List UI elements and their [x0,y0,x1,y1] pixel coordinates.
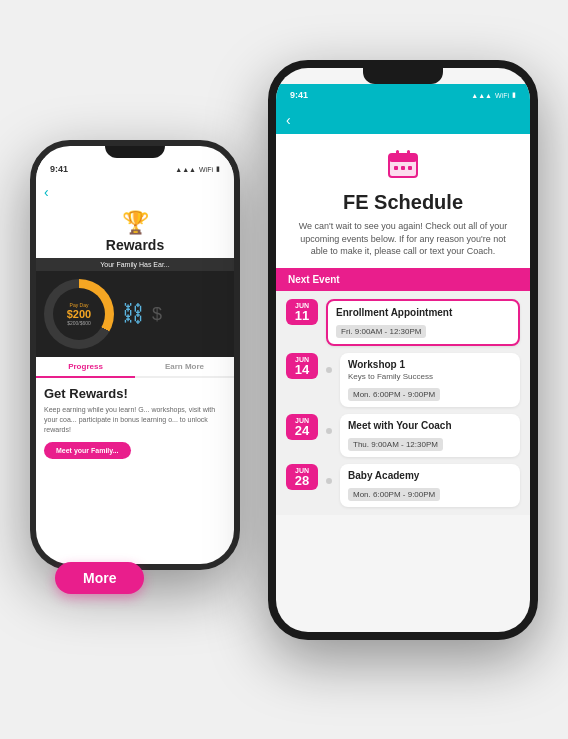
more-button[interactable]: More [55,562,144,594]
chain-icon: ⛓ [122,301,144,327]
get-rewards-title: Get Rewards! [44,386,226,401]
svg-rect-6 [401,166,405,170]
event-item-3[interactable]: JUN 28 Baby Academy Mon. 6:00PM - 9:00PM [286,464,520,507]
svg-rect-5 [394,166,398,170]
tab-earn-more[interactable]: Earn More [135,357,234,376]
event-card-1: Workshop 1 Keys to Family Success Mon. 6… [340,353,520,407]
teal-header: ‹ [276,106,530,134]
battery-icon: ▮ [216,165,220,173]
svg-rect-2 [389,154,417,162]
next-event-bar: Next Event [276,268,530,291]
date-badge-3: JUN 28 [286,464,318,490]
fe-schedule-header: FE Schedule We can't wait to see you aga… [276,134,530,268]
dot-1 [326,367,332,373]
back-nav: ‹ [36,180,234,204]
back-phone-time: 9:41 [50,164,68,174]
event-title-0: Enrollment Appointment [336,307,510,318]
fe-back-arrow[interactable]: ‹ [286,112,291,128]
event-card-2: Meet with Your Coach Thu. 9:00AM - 12:30… [340,414,520,457]
svg-rect-3 [396,150,399,158]
event-subtitle-1: Keys to Family Success [348,372,512,381]
gauge-inner: Pay Day $200 $200/$600 [53,288,105,340]
back-arrow-icon[interactable]: ‹ [44,184,49,200]
event-item-0[interactable]: JUN 11 Enrollment Appointment Fri. 9:00A… [286,299,520,346]
calendar-icon [292,148,514,187]
fe-title: FE Schedule [292,191,514,214]
dollar-icon: $ [152,304,162,325]
rewards-title: Rewards [106,237,164,253]
meet-family-button[interactable]: Meet your Family... [44,442,131,459]
progress-tabs: Progress Earn More [36,357,234,378]
event-card-0: Enrollment Appointment Fri. 9:00AM - 12:… [326,299,520,346]
event-time-1: Mon. 6:00PM - 9:00PM [348,388,440,401]
event-title-2: Meet with Your Coach [348,420,512,431]
event-title-3: Baby Academy [348,470,512,481]
event-time-3: Mon. 6:00PM - 9:00PM [348,488,440,501]
dot-2 [326,428,332,434]
event-card-3: Baby Academy Mon. 6:00PM - 9:00PM [340,464,520,507]
event-day-0: 11 [288,309,316,322]
front-wifi-icon: WiFi [495,92,509,99]
dot-connector-2 [326,414,332,434]
event-item-1[interactable]: JUN 14 Workshop 1 Keys to Family Success… [286,353,520,407]
front-phone-screen: 9:41 ▲▲▲ WiFi ▮ ‹ [276,68,530,632]
dot-3 [326,478,332,484]
back-phone-screen: 9:41 ▲▲▲ WiFi ▮ ‹ 🏆 Rewards Your Family … [36,146,234,564]
event-day-3: 28 [288,474,316,487]
front-phone: 9:41 ▲▲▲ WiFi ▮ ‹ [268,60,538,640]
date-badge-0: JUN 11 [286,299,318,325]
get-rewards-text: Keep earning while you learn! G... works… [44,405,226,434]
gauge-amount: $200 [67,308,91,320]
front-phone-status-bar: 9:41 ▲▲▲ WiFi ▮ [276,84,530,106]
tab-progress[interactable]: Progress [36,357,135,378]
date-badge-2: JUN 24 [286,414,318,440]
svg-rect-7 [408,166,412,170]
front-battery-icon: ▮ [512,91,516,99]
front-phone-time: 9:41 [290,90,308,100]
dot-connector-1 [326,353,332,373]
svg-rect-4 [407,150,410,158]
more-section: More [55,562,144,594]
event-list: JUN 11 Enrollment Appointment Fri. 9:00A… [276,291,530,515]
signal-icon: ▲▲▲ [175,166,196,173]
gauge-circle: Pay Day $200 $200/$600 [44,279,114,349]
event-time-0: Fri. 9:00AM - 12:30PM [336,325,426,338]
dot-connector-3 [326,464,332,484]
front-signal-icon: ▲▲▲ [471,92,492,99]
back-phone: 9:41 ▲▲▲ WiFi ▮ ‹ 🏆 Rewards Your Family … [30,140,240,570]
event-item-2[interactable]: JUN 24 Meet with Your Coach Thu. 9:00AM … [286,414,520,457]
family-banner: Your Family Has Ear... [36,258,234,271]
gauge-area: Pay Day $200 $200/$600 ⛓ $ [36,271,234,357]
gauge-sub: $200/$600 [67,320,91,326]
event-day-1: 14 [288,363,316,376]
event-day-2: 24 [288,424,316,437]
rewards-header: 🏆 Rewards [36,204,234,258]
back-phone-notch [105,146,165,158]
front-phone-status-icons: ▲▲▲ WiFi ▮ [471,91,516,99]
trophy-icon: 🏆 [44,210,226,236]
date-badge-1: JUN 14 [286,353,318,379]
back-phone-status-bar: 9:41 ▲▲▲ WiFi ▮ [36,158,234,180]
front-phone-notch [363,68,443,84]
fe-subtitle: We can't wait to see you again! Check ou… [292,220,514,258]
wifi-icon: WiFi [199,166,213,173]
event-title-1: Workshop 1 [348,359,512,370]
get-rewards-section: Get Rewards! Keep earning while you lear… [36,378,234,467]
back-phone-status-icons: ▲▲▲ WiFi ▮ [175,165,220,173]
event-time-2: Thu. 9:00AM - 12:30PM [348,438,443,451]
